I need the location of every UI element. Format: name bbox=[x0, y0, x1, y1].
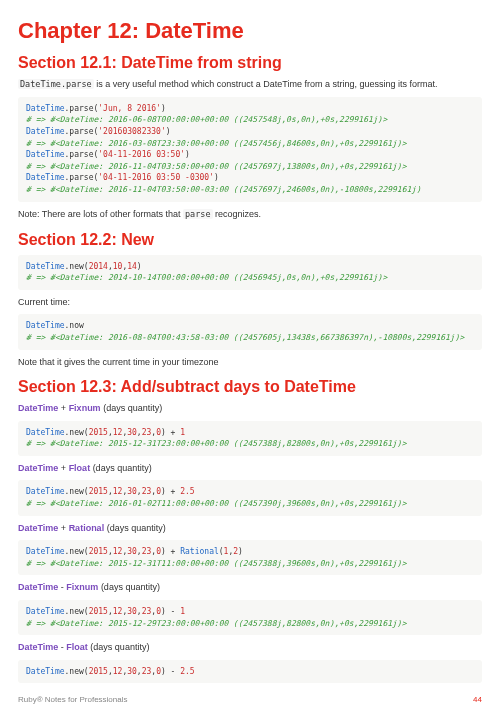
code-block-5: DateTime.new(2015,12,30,23,0) - 2.5 bbox=[18, 660, 482, 684]
expr-2: DateTime + Float (days quantity) bbox=[18, 462, 482, 475]
section-2-mid: Current time: bbox=[18, 296, 482, 309]
section-3-heading: Section 12.3: Add/subtract days to DateT… bbox=[18, 378, 482, 396]
code-block-new: DateTime.new(2014,10,14) # => #<DateTime… bbox=[18, 255, 482, 290]
section-2-note: Note that it gives the current time in y… bbox=[18, 356, 482, 369]
expr-3: DateTime + Rational (days quantity) bbox=[18, 522, 482, 535]
code-block-1: DateTime.new(2015,12,30,23,0) + 1 # => #… bbox=[18, 421, 482, 456]
footer-left: Ruby® Notes for Professionals bbox=[18, 695, 128, 704]
expr-1: DateTime + Fixnum (days quantity) bbox=[18, 402, 482, 415]
section-1-intro: DateTime.parse is a very useful method w… bbox=[18, 78, 482, 91]
expr-5: DateTime - Float (days quantity) bbox=[18, 641, 482, 654]
section-2-heading: Section 12.2: New bbox=[18, 231, 482, 249]
section-1-heading: Section 12.1: DateTime from string bbox=[18, 54, 482, 72]
inline-code: parse bbox=[183, 209, 213, 219]
code-block-parse: DateTime.parse('Jun, 8 2016') # => #<Dat… bbox=[18, 97, 482, 202]
code-block-2: DateTime.new(2015,12,30,23,0) + 2.5 # =>… bbox=[18, 480, 482, 515]
page-footer: Ruby® Notes for Professionals 44 bbox=[0, 687, 500, 707]
code-block-3: DateTime.new(2015,12,30,23,0) + Rational… bbox=[18, 540, 482, 575]
code-block-now: DateTime.now # => #<DateTime: 2016-08-04… bbox=[18, 314, 482, 349]
expr-4: DateTime - Fixnum (days quantity) bbox=[18, 581, 482, 594]
inline-code: DateTime.parse bbox=[18, 79, 94, 89]
code-block-4: DateTime.new(2015,12,30,23,0) - 1 # => #… bbox=[18, 600, 482, 635]
chapter-title: Chapter 12: DateTime bbox=[18, 18, 482, 44]
footer-page-number: 44 bbox=[473, 695, 482, 704]
section-1-note: Note: There are lots of other formats th… bbox=[18, 208, 482, 221]
